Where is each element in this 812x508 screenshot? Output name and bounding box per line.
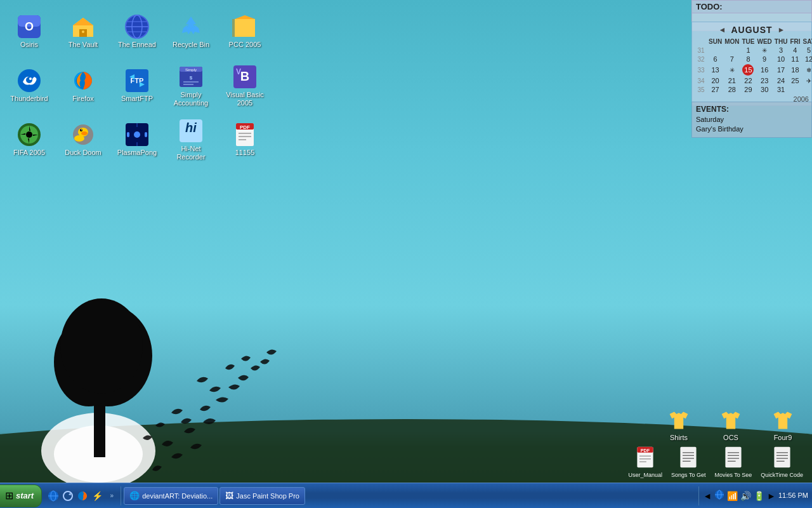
- icon-shirts[interactable]: Shirts: [656, 404, 702, 444]
- cal-day[interactable]: 27: [707, 85, 723, 94]
- ql-ie-icon[interactable]: [47, 490, 60, 502]
- cal-day[interactable]: 16: [756, 64, 773, 76]
- cal-wed: WED: [756, 37, 773, 46]
- icon-hinet[interactable]: hi Hi-Net Recorder: [168, 114, 214, 165]
- taskbar-pinned-apps: PDF User_Manual Songs To Get: [626, 444, 806, 479]
- icon-pcc2005[interactable]: PCC 2005: [222, 6, 268, 57]
- ql-firefox-icon[interactable]: [76, 490, 89, 502]
- icon-pcc2005-label: PCC 2005: [229, 41, 261, 49]
- icon-four9[interactable]: Four9: [760, 404, 806, 444]
- cal-day[interactable]: 10: [773, 55, 789, 64]
- cal-day: [789, 85, 801, 94]
- cal-day[interactable]: 24: [773, 76, 789, 85]
- pinned-songs[interactable]: Songs To Get: [669, 444, 708, 479]
- icon-vb2005[interactable]: B V Visual Basic 2005: [222, 60, 268, 111]
- svg-point-41: [74, 135, 84, 142]
- cal-month-label: AUGUST: [731, 25, 772, 35]
- svg-text:O: O: [25, 20, 34, 33]
- pinned-quicktime[interactable]: QuickTime Code: [758, 444, 806, 479]
- icon-plasmapong-label: PlasmaPong: [117, 149, 157, 157]
- tray-battery-icon[interactable]: 🔋: [754, 491, 764, 501]
- icon-fifa2005[interactable]: FIFA 2005: [6, 114, 52, 165]
- cal-day[interactable]: 31: [773, 85, 789, 94]
- pinned-movies[interactable]: Movies To See: [712, 444, 754, 479]
- cal-day[interactable]: 25: [789, 76, 801, 85]
- cal-tue: TUE: [740, 37, 756, 46]
- cal-day[interactable]: 30: [756, 85, 773, 94]
- cal-day[interactable]: 6: [707, 55, 723, 64]
- icon-recycle[interactable]: Recycle Bin: [168, 6, 214, 57]
- calendar-widget: ◄ AUGUST ► SUN MON TUE WED THU FRI SAT 3…: [691, 22, 812, 106]
- cal-day[interactable]: 29: [740, 85, 756, 94]
- ql-refresh-icon[interactable]: [62, 490, 74, 502]
- cal-day[interactable]: 7: [723, 55, 740, 64]
- icon-11155[interactable]: PDF 11155: [222, 114, 268, 165]
- cal-day[interactable]: 5: [801, 46, 812, 55]
- cal-day[interactable]: 1: [740, 46, 756, 55]
- tray-volume-icon[interactable]: 🔊: [740, 491, 751, 501]
- icon-ocs-label: OCS: [723, 434, 738, 442]
- icon-thunderbird[interactable]: Thunderbird: [6, 60, 52, 111]
- icon-plasmapong[interactable]: PlasmaPong: [114, 114, 160, 165]
- tray-arrow-right-icon[interactable]: ►: [767, 491, 776, 501]
- cal-prev-button[interactable]: ◄: [719, 25, 726, 34]
- svg-rect-44: [127, 132, 129, 137]
- taskbar-task-deviantart[interactable]: 🌐 deviantART: Deviatio...: [124, 487, 218, 505]
- icon-duckdoom[interactable]: Duck Doom: [60, 114, 106, 165]
- start-button[interactable]: ⊞ start: [0, 485, 42, 507]
- svg-text:V: V: [236, 67, 241, 76]
- cal-day[interactable]: 20: [707, 76, 723, 85]
- icon-simply[interactable]: Simply $ Simply Accounting: [168, 60, 214, 111]
- todo-header: TODO:: [691, 0, 812, 13]
- cal-day[interactable]: 28: [723, 85, 740, 94]
- icon-vault[interactable]: The Vault: [60, 6, 106, 57]
- cal-day[interactable]: 9: [756, 55, 773, 64]
- events-widget: EVENTS: Saturday Gary's Birthday: [691, 102, 812, 138]
- pinned-user-manual[interactable]: PDF User_Manual: [626, 444, 665, 479]
- cal-day: [801, 85, 812, 94]
- icon-ennead[interactable]: The Ennead: [114, 6, 160, 57]
- cal-day[interactable]: 3: [773, 46, 789, 55]
- ql-misc-icon[interactable]: ⚡: [91, 490, 103, 502]
- cal-day[interactable]: 21: [723, 76, 740, 85]
- cal-day[interactable]: 15: [740, 64, 756, 76]
- svg-point-35: [26, 131, 32, 138]
- cal-day[interactable]: 13: [707, 64, 723, 76]
- cal-day[interactable]: 11: [789, 55, 801, 64]
- svg-point-80: [63, 491, 72, 500]
- tray-clock[interactable]: 11:56 PM: [778, 491, 808, 500]
- icon-osiris[interactable]: O Osiris: [6, 6, 52, 57]
- taskbar-task-paintshop[interactable]: 🖼 Jasc Paint Shop Pro: [219, 487, 305, 505]
- cal-day[interactable]: 23: [756, 76, 773, 85]
- ql-overflow-button[interactable]: »: [105, 490, 118, 502]
- cal-day[interactable]: 8: [740, 55, 756, 64]
- icon-ennead-label: The Ennead: [118, 41, 156, 49]
- icon-firefox[interactable]: Firefox: [60, 60, 106, 111]
- svg-rect-62: [681, 447, 697, 467]
- svg-point-4: [63, 305, 152, 406]
- cal-day[interactable]: 18: [789, 64, 801, 76]
- tray-ie-icon[interactable]: [714, 490, 724, 502]
- cal-grid: SUN MON TUE WED THU FRI SAT 311✳34532678…: [695, 37, 812, 94]
- icon-recycle-label: Recycle Bin: [173, 41, 209, 49]
- icon-shirts-label: Shirts: [670, 434, 688, 442]
- cal-week-col: [695, 37, 707, 46]
- svg-text:hi: hi: [185, 121, 197, 135]
- icon-ocs[interactable]: OCS: [708, 404, 754, 444]
- taskbar-task-deviantart-label: deviantART: Deviatio...: [142, 492, 213, 500]
- cal-day[interactable]: 4: [789, 46, 801, 55]
- pinned-movies-label: Movies To See: [714, 472, 752, 478]
- cal-day: [723, 46, 740, 55]
- cal-day: ✈: [801, 76, 812, 85]
- cal-next-button[interactable]: ►: [778, 25, 785, 34]
- cal-day[interactable]: 17: [773, 64, 789, 76]
- icon-four9-label: Four9: [774, 434, 792, 442]
- cal-day[interactable]: 22: [740, 76, 756, 85]
- tray-network-icon[interactable]: 📶: [727, 491, 738, 501]
- svg-point-2: [54, 425, 143, 483]
- cal-week-num: 33: [695, 64, 707, 76]
- icon-smartftp[interactable]: FTP SmartFTP: [114, 60, 160, 111]
- cal-day[interactable]: 12: [801, 55, 812, 64]
- icon-smartftp-label: SmartFTP: [121, 95, 153, 103]
- tray-arrow-left-icon[interactable]: ◄: [703, 491, 712, 501]
